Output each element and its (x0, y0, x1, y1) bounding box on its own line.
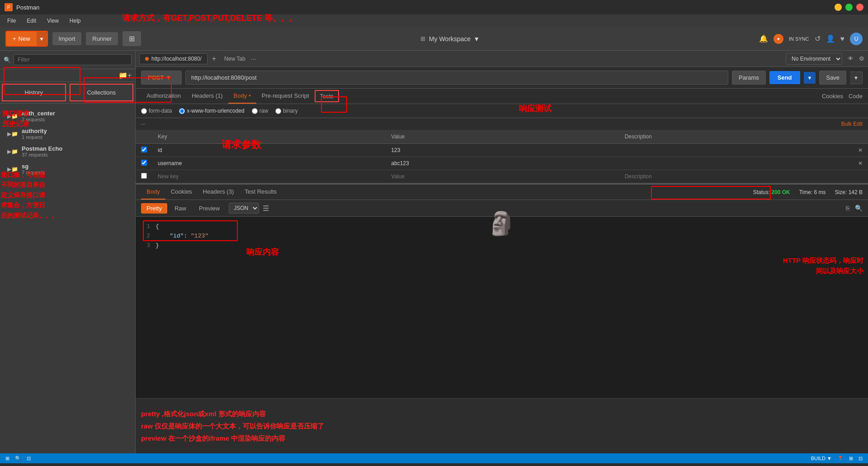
request-tab[interactable]: http://localhost:8080/ (139, 53, 208, 64)
workspace-label: My Workspace (429, 35, 471, 43)
new-key-field[interactable] (158, 173, 380, 180)
copy-button[interactable]: ⎘ (846, 204, 849, 212)
main-layout: 🔍 📁+ History Collections ▶📁 auth_center … (0, 51, 868, 453)
desc-field[interactable] (625, 160, 847, 166)
tab-collections[interactable]: Collections (70, 84, 134, 101)
option-raw[interactable]: raw (252, 108, 268, 114)
new-desc-field[interactable] (625, 173, 847, 180)
sidebar-tabs: History Collections (0, 82, 135, 104)
env-gear-icon[interactable]: ⚙ (859, 55, 864, 62)
menu-edit[interactable]: Edit (25, 17, 38, 25)
send-button[interactable]: Send (769, 71, 800, 84)
status-layout-icon[interactable]: ⊞ (5, 456, 9, 461)
layout-button[interactable]: ⊞ (123, 31, 141, 46)
view-tab-pretty[interactable]: Pretty (141, 203, 167, 214)
tab-authorization[interactable]: Authorization (141, 89, 186, 104)
sidebar-item-sub: 37 requests (22, 152, 62, 157)
refresh-icon[interactable]: ↺ (815, 34, 821, 43)
tab-pre-request[interactable]: Pre-request Script (256, 89, 315, 104)
more-tabs-button[interactable]: ··· (251, 55, 256, 62)
send-dropdown-button[interactable]: ▼ (804, 72, 816, 84)
runner-button[interactable]: Runner (86, 32, 118, 45)
close-button[interactable] (856, 4, 863, 11)
avatar[interactable]: U (850, 33, 863, 45)
cookies-link[interactable]: Cookies (822, 93, 843, 100)
sidebar-item-name: sg (22, 163, 45, 170)
code-text: } (156, 241, 159, 251)
eye-icon[interactable]: 👁 (848, 55, 854, 62)
method-button[interactable]: POST ▼ (141, 71, 182, 85)
search-response-button[interactable]: 🔍 (855, 204, 863, 212)
status-search-icon[interactable]: 🔍 (15, 456, 21, 461)
environment-select[interactable]: No Environment (786, 53, 842, 65)
bell-icon[interactable]: 🔔 (759, 34, 768, 43)
resp-tab-body[interactable]: Body (141, 185, 165, 200)
desc-field[interactable] (625, 147, 847, 153)
tab-body[interactable]: Body (228, 89, 256, 104)
option-urlencoded[interactable]: x-www-form-urlencoded (179, 108, 244, 114)
new-row-checkbox[interactable] (141, 173, 147, 179)
list-item[interactable]: ▶📁 auth_center 2 requests (4, 107, 132, 125)
import-button[interactable]: Import (52, 32, 82, 45)
workspace-button[interactable]: My Workspace ▼ (429, 35, 480, 43)
option-binary[interactable]: binary (275, 108, 298, 114)
maximize-button[interactable] (845, 4, 853, 11)
tab-headers[interactable]: Headers (1) (186, 89, 228, 104)
status-panel-icon[interactable]: ⊡ (859, 456, 863, 461)
user-icon[interactable]: 👤 (826, 34, 835, 43)
view-tab-preview[interactable]: Preview (193, 203, 225, 214)
tab-history[interactable]: History (2, 84, 66, 101)
resp-tab-headers[interactable]: Headers (3) (198, 185, 240, 200)
save-button[interactable]: Save (819, 71, 846, 85)
list-item[interactable]: ▶📁 Postman Echo 37 requests (4, 143, 132, 160)
save-dropdown-button[interactable]: ▼ (850, 71, 863, 84)
key-field[interactable] (158, 160, 380, 166)
format-select[interactable]: JSON (229, 203, 259, 214)
add-tab-button[interactable]: + (209, 55, 219, 63)
method-label: POST (148, 74, 164, 81)
status-layout-icon2[interactable]: ⊞ (849, 456, 853, 461)
list-item[interactable]: ▶📁 authority 1 request (4, 125, 132, 143)
folder-icon: ▶📁 (7, 131, 18, 137)
folder-icon: ▶📁 (7, 166, 18, 172)
resp-tab-test-results[interactable]: Test Results (239, 185, 282, 200)
heart-icon[interactable]: ♥ (840, 35, 845, 43)
menu-help[interactable]: Help (68, 17, 83, 25)
list-item[interactable]: ▶📁 sg 7 requests (4, 160, 132, 178)
status-history-icon[interactable]: ⊡ (27, 456, 31, 461)
build-label[interactable]: BUILD ▼ (811, 456, 832, 461)
line-number: 2 (141, 232, 150, 241)
value-field[interactable] (391, 147, 613, 153)
menu-file[interactable]: File (5, 17, 18, 25)
row-delete-icon[interactable]: ✕ (858, 147, 863, 153)
new-collection-button[interactable]: 📁+ (118, 71, 132, 80)
new-button[interactable]: + New (6, 32, 37, 46)
new-value-field[interactable] (391, 173, 613, 180)
row-delete-icon[interactable]: ✕ (858, 160, 863, 166)
option-form-data[interactable]: form-data (141, 108, 172, 114)
location-icon[interactable]: 📍 (837, 456, 844, 461)
status-bar-right: BUILD ▼ 📍 ⊞ ⊡ (811, 456, 863, 461)
wrap-button[interactable]: ☰ (263, 204, 269, 213)
view-tab-raw[interactable]: Raw (169, 203, 192, 214)
cartoon-decoration: 🗿 (487, 210, 515, 237)
resp-tab-cookies[interactable]: Cookies (165, 185, 198, 200)
code-link[interactable]: Code (849, 93, 863, 100)
code-line: 3 } (141, 241, 863, 251)
tab-tests[interactable]: Tests (315, 90, 339, 102)
app-root: P Postman File Edit View Help + New ▼ Im… (0, 0, 868, 466)
params-button[interactable]: Params (732, 71, 766, 85)
search-input[interactable] (14, 54, 132, 65)
minimize-button[interactable] (835, 4, 842, 11)
time-value: 6 ms (814, 189, 826, 195)
toolbar-right: 🔔 ● IN SYNC ↺ 👤 ♥ U (759, 33, 863, 45)
new-dropdown-button[interactable]: ▼ (37, 32, 47, 46)
url-input[interactable] (185, 71, 728, 85)
key-field[interactable] (158, 147, 380, 153)
row-checkbox[interactable] (141, 147, 147, 152)
menu-view[interactable]: View (45, 17, 61, 25)
value-field[interactable] (391, 160, 613, 166)
bulk-edit-button[interactable]: Bulk Edit (841, 121, 863, 127)
row-checkbox[interactable] (141, 160, 147, 166)
size-value: 142 B (849, 189, 863, 195)
